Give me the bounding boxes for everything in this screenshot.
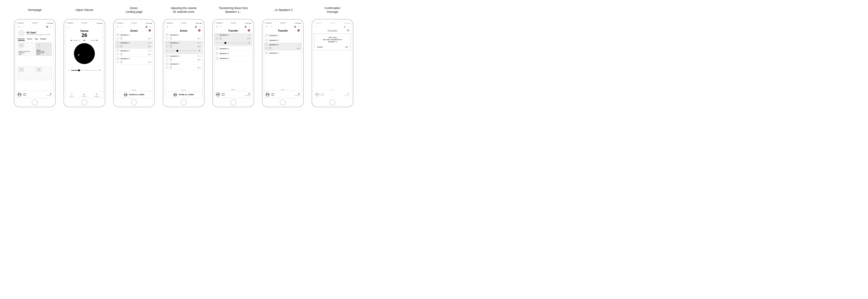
menu-icon[interactable]: ≡	[117, 26, 119, 28]
image-icon: 🖼	[36, 44, 41, 48]
bookmark-icon[interactable]: ◧	[245, 26, 247, 28]
phone-zones-landing: ••ıll Sketch ⏦9:41 AM⚡100% ▬ ≡ ‹ ◧ ⌕ Zon…	[113, 19, 155, 107]
zone-row[interactable]: Speakers 4 ▸TrackArtist🔈24	[115, 57, 153, 64]
mute-icon[interactable]: 🔇	[148, 29, 151, 32]
search-icon[interactable]: ⌕	[298, 26, 300, 28]
menu-icon[interactable]: ≡	[266, 26, 268, 28]
home-button[interactable]	[82, 99, 87, 105]
transfer-row[interactable]: Speakers 3	[214, 51, 252, 56]
volume-icon[interactable]: 🔈	[50, 92, 52, 95]
avatar[interactable]	[18, 30, 25, 37]
tab-recent[interactable]: Recent	[27, 38, 32, 41]
transfer-target-row[interactable]: Speakers 3✓ ▸TrackArtist🔈24	[264, 43, 302, 51]
caption-transfer-to: ...to Speakers 3	[273, 6, 292, 14]
pause-button[interactable]: ❚❚	[266, 92, 270, 97]
home-button[interactable]	[280, 99, 286, 105]
pause-all-bar[interactable]: ❚❚PAUSE ALL ZONES	[165, 91, 203, 98]
phone-homepage: ••ıll Sketch ⏦ 9:41 AM ⚡100% ▬ ≡ ‹ ◧ ⌕ H…	[14, 19, 56, 107]
album-card[interactable]: 🖼	[18, 66, 34, 80]
greeting-subtitle: Here's what's happening in your library.	[27, 34, 51, 35]
greeting: Hi, User!	[27, 31, 51, 34]
transfer-row[interactable]: Speakers 2	[214, 46, 252, 51]
zone-row-selected[interactable]: Speakers 2Group ▸TrackArtist🔈24 − +	[165, 41, 203, 54]
minus-icon[interactable]: −	[167, 50, 168, 52]
home-button[interactable]	[181, 99, 187, 105]
mute-icon[interactable]: 🔇	[297, 29, 300, 32]
bookmark-icon[interactable]: ◧	[294, 26, 297, 28]
volume-slider[interactable]: − +	[66, 68, 103, 73]
chevron-down-icon[interactable]: ⌄	[67, 26, 69, 28]
play-icon[interactable]: ▸	[117, 37, 119, 39]
ok-button[interactable]: OK	[345, 46, 348, 48]
transfer-row[interactable]: Speakers 4	[214, 56, 252, 61]
search-icon[interactable]: ⌕	[149, 26, 151, 28]
confirm-line1: Title Song	[317, 36, 348, 38]
zone-row[interactable]: Speakers 3Group ▸TrackArtist🔈24	[165, 54, 203, 62]
plus-icon[interactable]: +	[199, 50, 200, 52]
album-card[interactable]: 🖼 ADDED x DAYS AGO Album Title Artist	[18, 43, 34, 56]
search-icon[interactable]: ⌕	[50, 26, 52, 28]
status-bar: ••ıll Sketch ⏦ 9:41 AM ⚡100% ▬	[16, 21, 54, 25]
pause-all-bar[interactable]: ❚❚PAUSE ALL ZONES	[115, 91, 153, 98]
transfer-link[interactable]: Transfer	[165, 89, 203, 91]
tab-settings[interactable]: ⚙Settings	[94, 93, 99, 97]
zone-row[interactable]: Speakers 1 ▸TrackArtist🔈24	[165, 33, 203, 41]
transfer-row[interactable]: Speakers 2	[264, 38, 302, 43]
home-button[interactable]	[230, 99, 236, 105]
pause-button[interactable]: ❚❚	[18, 92, 22, 97]
minus-icon[interactable]: −	[68, 69, 70, 72]
album-card[interactable]: 🖼	[35, 66, 52, 80]
speaker-icon	[117, 34, 119, 36]
menu-icon[interactable]: ≡	[216, 26, 218, 28]
transfer-row[interactable]: Speakers 1	[264, 33, 302, 38]
shuffle-icon: ⤨	[69, 93, 74, 96]
transfer-source-row[interactable]: Speakers 1✓ ▸TrackArtist🔈24 −+	[214, 33, 252, 46]
back-icon[interactable]: ‹	[269, 26, 272, 28]
zone-volume-slider[interactable]: − +	[165, 49, 203, 54]
bookmark-icon[interactable]: ◧	[145, 26, 148, 28]
status-time: 9:41 AM	[16, 22, 54, 24]
menu-icon[interactable]: ≡	[18, 26, 20, 28]
tab-tags[interactable]: Tags	[35, 38, 38, 41]
back-icon[interactable]: ‹	[21, 26, 23, 28]
search-icon[interactable]: ⌕	[248, 26, 251, 28]
tab-playlists[interactable]: Playlists	[40, 38, 46, 41]
mute-icon[interactable]: 🔇	[248, 29, 250, 32]
check-icon: ✓	[249, 34, 251, 36]
mute-icon[interactable]: 🔇	[198, 29, 200, 32]
zone-row[interactable]: Speakers 1 ▸TrackArtist🔈24	[115, 33, 153, 41]
page-title: Zones	[180, 29, 187, 32]
bookmark-icon[interactable]: ◧	[195, 26, 197, 28]
transfer-row[interactable]: Speakers 4	[264, 51, 302, 55]
pause-button[interactable]: ❚❚	[216, 92, 220, 97]
tab-discover[interactable]: Discover	[18, 38, 25, 41]
tab-transfer[interactable]: ⇄Transfer	[82, 93, 87, 97]
check-icon: ✓	[299, 44, 300, 46]
search-icon[interactable]: ⌕	[199, 26, 201, 28]
zone-row[interactable]: Speakers 3Group ▸TrackArtist🔈24	[115, 49, 153, 57]
zone-volume-slider[interactable]: −+	[214, 40, 252, 46]
confirmation-dialog: Title Song has been transferred to Speak…	[314, 33, 350, 50]
transfer-link[interactable]: Transfer	[115, 89, 153, 91]
home-button[interactable]	[32, 99, 38, 105]
zone-row[interactable]: Speakers 2Group ▸TrackArtist🔈24	[115, 41, 153, 49]
tab-switch[interactable]: ⤨Switch	[69, 93, 74, 97]
back-icon[interactable]: ‹	[170, 26, 172, 28]
home-button[interactable]	[330, 99, 336, 105]
card-collection: NAME OF THE COLLECTION	[36, 51, 51, 54]
cancel-button[interactable]: Cancel	[317, 46, 323, 48]
card-artist: Artist	[19, 54, 33, 55]
switch-link[interactable]: Switch	[264, 88, 302, 91]
home-button[interactable]	[131, 99, 137, 105]
group-label[interactable]: Group	[148, 42, 151, 44]
collection-card[interactable]: 🖼 GENRE NAME OF THE COLLECTION TITLE	[35, 43, 52, 56]
back-icon[interactable]: ‹	[120, 26, 123, 28]
back-icon[interactable]: ‹	[220, 26, 222, 28]
plus-icon[interactable]: +	[99, 69, 100, 72]
volume-dial[interactable]: 50 60 70 80 90 100 10 20 30 40 0	[70, 40, 98, 67]
zone-row[interactable]: Speakers 4 ▸TrackArtist🔈24	[165, 62, 203, 70]
menu-icon[interactable]: ≡	[166, 26, 168, 28]
bookmark-icon[interactable]: ◧	[46, 26, 49, 28]
switch-link[interactable]: Switch	[214, 88, 252, 91]
volume-icon[interactable]: 🔈24	[148, 37, 151, 39]
